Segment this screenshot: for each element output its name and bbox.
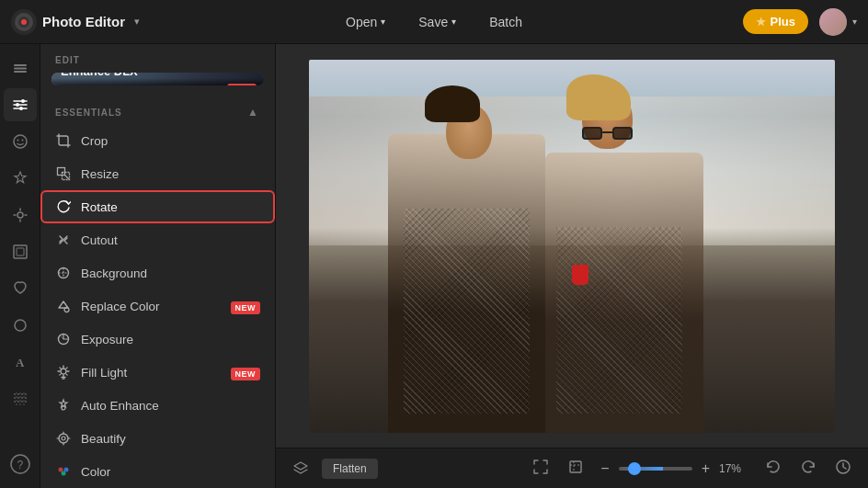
layers-bottom-icon-btn[interactable] — [287, 457, 314, 481]
svg-line-38 — [66, 374, 67, 375]
zoom-out-button[interactable]: − — [597, 460, 612, 478]
essentials-collapse-button[interactable]: ▲ — [246, 104, 260, 120]
svg-point-43 — [62, 406, 65, 410]
layers-icon-btn[interactable] — [4, 51, 37, 85]
tool-item-resize[interactable]: Resize — [40, 157, 275, 190]
essentials-header: ESSENTIALS ▲ — [40, 96, 275, 124]
expand-canvas-icon-btn[interactable] — [527, 455, 554, 482]
zoom-in-button[interactable]: + — [698, 460, 714, 478]
star-icon-btn[interactable] — [4, 162, 37, 195]
svg-point-12 — [19, 107, 23, 110]
enhance-card-label: Enhance DLX — [61, 73, 138, 78]
header-nav: Open ▾ Save ▾ Batch — [340, 11, 528, 33]
open-chevron: ▾ — [381, 17, 385, 27]
canvas-area — [276, 44, 868, 448]
exposure-icon — [55, 331, 72, 347]
plus-star-icon: ★ — [756, 16, 766, 28]
frames-icon-btn[interactable] — [4, 235, 37, 268]
auto-enhance-icon — [55, 397, 72, 414]
frames-icon — [12, 244, 29, 260]
tool-item-exposure[interactable]: Exposure — [40, 323, 275, 356]
tool-item-color[interactable]: Color — [40, 455, 275, 488]
background-label: Background — [81, 267, 147, 280]
tool-item-beautify[interactable]: Beautify — [40, 422, 275, 455]
texture-icon-btn[interactable] — [4, 382, 37, 415]
zoom-slider[interactable] — [619, 467, 692, 471]
svg-point-16 — [17, 212, 23, 218]
svg-point-23 — [15, 320, 26, 331]
cutout-icon — [55, 232, 72, 248]
tool-item-crop[interactable]: Crop — [40, 124, 275, 157]
sparkle-icon — [12, 207, 29, 223]
svg-point-15 — [21, 140, 23, 142]
svg-point-10 — [16, 103, 19, 107]
edit-icon-btn[interactable] — [4, 88, 37, 121]
svg-rect-22 — [17, 248, 24, 255]
resize-label: Resize — [81, 167, 119, 181]
flatten-button[interactable]: Flatten — [322, 459, 378, 479]
svg-rect-53 — [570, 461, 581, 472]
tool-item-rotate[interactable]: Rotate — [40, 190, 275, 223]
replace-color-label: Replace Color — [81, 300, 160, 313]
crop-icon — [55, 132, 72, 149]
text-icon-btn[interactable]: A — [4, 346, 37, 379]
resize-icon — [55, 165, 72, 182]
svg-point-14 — [17, 140, 18, 142]
replace-color-icon — [55, 298, 72, 314]
tool-item-replace-color[interactable]: Replace Color NEW — [40, 289, 275, 323]
redo-icon — [800, 459, 817, 475]
face-icon-btn[interactable] — [4, 125, 37, 158]
svg-point-50 — [59, 468, 63, 472]
plus-button[interactable]: ★ Plus — [743, 9, 808, 34]
help-icon-btn[interactable]: ? — [4, 448, 37, 481]
tool-item-fill-light[interactable]: Fill Light NEW — [40, 356, 275, 389]
main-area: A ? EDIT Enhance DLX — [0, 44, 868, 488]
layers-stack-icon — [292, 460, 309, 477]
svg-point-45 — [62, 437, 65, 440]
save-button[interactable]: Save ▾ — [413, 11, 462, 33]
essentials-label: ESSENTIALS — [55, 108, 122, 118]
svg-line-39 — [66, 368, 67, 369]
effects-icon-btn[interactable] — [4, 199, 37, 232]
enhance-new-badge: NEW — [227, 80, 257, 85]
batch-button[interactable]: Batch — [484, 11, 528, 33]
redo-button[interactable] — [794, 455, 822, 482]
svg-text:A: A — [16, 356, 25, 369]
title-chevron: ▾ — [134, 16, 140, 28]
history-icon — [835, 459, 851, 475]
svg-point-13 — [14, 135, 27, 148]
history-button[interactable] — [829, 455, 857, 482]
undo-button[interactable] — [760, 455, 787, 482]
svg-rect-27 — [58, 168, 65, 176]
photo-canvas[interactable] — [309, 60, 835, 433]
zoom-controls: − + 17% — [597, 460, 752, 478]
open-button[interactable]: Open ▾ — [340, 11, 391, 33]
logo[interactable]: Photo Editor ▾ — [11, 9, 140, 35]
avatar[interactable] — [819, 8, 847, 36]
crop-canvas-icon-btn[interactable] — [562, 455, 589, 482]
layers-icon — [12, 60, 29, 76]
svg-text:?: ? — [17, 459, 23, 471]
color-icon — [55, 463, 72, 480]
svg-point-3 — [21, 19, 27, 25]
enhance-card[interactable]: Enhance DLX NEW — [51, 73, 264, 85]
tool-item-auto-enhance[interactable]: Auto Enhance — [40, 389, 275, 422]
app-title: Photo Editor — [42, 14, 125, 29]
svg-line-40 — [60, 374, 61, 375]
replace-color-new-badge: NEW — [231, 300, 261, 313]
text-icon: A — [12, 354, 29, 370]
icon-sidebar: A ? — [0, 44, 40, 488]
header: Photo Editor ▾ Open ▾ Save ▾ Batch ★ Plu… — [0, 0, 868, 44]
tools-list: Crop Resize — [40, 124, 275, 488]
heart-icon-btn[interactable] — [4, 272, 37, 305]
avatar-container[interactable]: ▾ — [819, 8, 857, 36]
shapes-icon-btn[interactable] — [4, 309, 37, 342]
tool-item-cutout[interactable]: Cutout — [40, 223, 275, 256]
beautify-icon — [55, 430, 72, 447]
tool-item-background[interactable]: Background — [40, 256, 275, 289]
svg-rect-6 — [14, 71, 27, 73]
save-chevron: ▾ — [451, 17, 456, 27]
avatar-chevron: ▾ — [852, 17, 857, 27]
edit-section-label: EDIT — [40, 44, 275, 73]
svg-point-52 — [62, 471, 66, 476]
